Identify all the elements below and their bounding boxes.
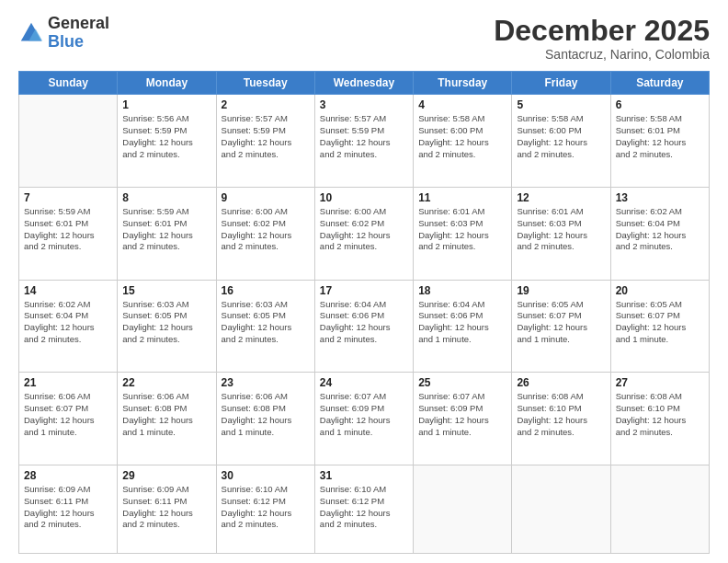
- day-info: Sunrise: 6:04 AM Sunset: 6:06 PM Dayligh…: [320, 299, 408, 346]
- calendar-cell: [19, 95, 118, 188]
- day-info: Sunrise: 6:09 AM Sunset: 6:11 PM Dayligh…: [24, 484, 112, 531]
- day-header-wednesday: Wednesday: [314, 72, 413, 95]
- day-number: 21: [24, 376, 112, 389]
- calendar-cell: 23Sunrise: 6:06 AM Sunset: 6:08 PM Dayli…: [216, 373, 314, 465]
- calendar-cell: 4Sunrise: 5:58 AM Sunset: 6:00 PM Daylig…: [414, 95, 512, 188]
- day-info: Sunrise: 6:01 AM Sunset: 6:03 PM Dayligh…: [418, 206, 506, 253]
- day-info: Sunrise: 6:01 AM Sunset: 6:03 PM Dayligh…: [517, 206, 605, 253]
- day-info: Sunrise: 6:02 AM Sunset: 6:04 PM Dayligh…: [616, 206, 704, 253]
- day-number: 28: [24, 469, 112, 482]
- calendar-cell: 21Sunrise: 6:06 AM Sunset: 6:07 PM Dayli…: [19, 373, 118, 465]
- day-number: 7: [24, 191, 112, 204]
- calendar-cell: 31Sunrise: 6:10 AM Sunset: 6:12 PM Dayli…: [314, 465, 413, 554]
- title-block: December 2025 Santacruz, Narino, Colombi…: [494, 15, 710, 62]
- day-number: 22: [122, 376, 210, 389]
- day-number: 20: [616, 284, 704, 297]
- calendar-cell: 1Sunrise: 5:56 AM Sunset: 5:59 PM Daylig…: [118, 95, 216, 188]
- day-info: Sunrise: 6:05 AM Sunset: 6:07 PM Dayligh…: [616, 299, 704, 346]
- calendar-cell: 15Sunrise: 6:03 AM Sunset: 6:05 PM Dayli…: [118, 280, 216, 373]
- day-number: 1: [122, 98, 210, 111]
- day-number: 19: [517, 284, 605, 297]
- calendar-cell: 12Sunrise: 6:01 AM Sunset: 6:03 PM Dayli…: [512, 187, 610, 280]
- calendar-cell: 25Sunrise: 6:07 AM Sunset: 6:09 PM Dayli…: [414, 373, 512, 465]
- day-info: Sunrise: 6:06 AM Sunset: 6:08 PM Dayligh…: [222, 391, 310, 438]
- logo-blue: Blue: [48, 33, 109, 52]
- calendar-cell: 5Sunrise: 5:58 AM Sunset: 6:00 PM Daylig…: [512, 95, 610, 188]
- day-info: Sunrise: 6:09 AM Sunset: 6:11 PM Dayligh…: [122, 484, 210, 531]
- logo-text: General Blue: [48, 15, 109, 52]
- calendar-header-row: SundayMondayTuesdayWednesdayThursdayFrid…: [19, 72, 710, 95]
- calendar-cell: 24Sunrise: 6:07 AM Sunset: 6:09 PM Dayli…: [314, 373, 413, 465]
- calendar-cell: 13Sunrise: 6:02 AM Sunset: 6:04 PM Dayli…: [610, 187, 709, 280]
- location: Santacruz, Narino, Colombia: [494, 47, 710, 62]
- day-info: Sunrise: 6:00 AM Sunset: 6:02 PM Dayligh…: [320, 206, 408, 253]
- calendar-cell: 7Sunrise: 5:59 AM Sunset: 6:01 PM Daylig…: [19, 187, 118, 280]
- day-number: 27: [616, 376, 704, 389]
- day-number: 29: [122, 469, 210, 482]
- calendar-cell: 10Sunrise: 6:00 AM Sunset: 6:02 PM Dayli…: [314, 187, 413, 280]
- calendar-cell: [610, 465, 709, 554]
- day-info: Sunrise: 6:07 AM Sunset: 6:09 PM Dayligh…: [418, 391, 506, 438]
- day-number: 25: [418, 376, 506, 389]
- day-header-thursday: Thursday: [414, 72, 512, 95]
- calendar-cell: [512, 465, 610, 554]
- calendar-cell: 22Sunrise: 6:06 AM Sunset: 6:08 PM Dayli…: [118, 373, 216, 465]
- logo: General Blue: [18, 15, 109, 52]
- day-header-friday: Friday: [512, 72, 610, 95]
- day-number: 30: [222, 469, 310, 482]
- calendar-cell: 9Sunrise: 6:00 AM Sunset: 6:02 PM Daylig…: [216, 187, 314, 280]
- day-info: Sunrise: 6:05 AM Sunset: 6:07 PM Dayligh…: [517, 299, 605, 346]
- calendar-cell: 28Sunrise: 6:09 AM Sunset: 6:11 PM Dayli…: [19, 465, 118, 554]
- day-number: 13: [616, 191, 704, 204]
- calendar-cell: 19Sunrise: 6:05 AM Sunset: 6:07 PM Dayli…: [512, 280, 610, 373]
- day-info: Sunrise: 6:06 AM Sunset: 6:08 PM Dayligh…: [122, 391, 210, 438]
- calendar-week-row: 28Sunrise: 6:09 AM Sunset: 6:11 PM Dayli…: [19, 465, 710, 554]
- day-header-tuesday: Tuesday: [216, 72, 314, 95]
- calendar-cell: 30Sunrise: 6:10 AM Sunset: 6:12 PM Dayli…: [216, 465, 314, 554]
- logo-general: General: [48, 15, 109, 33]
- day-info: Sunrise: 6:00 AM Sunset: 6:02 PM Dayligh…: [222, 206, 310, 253]
- header: General Blue December 2025 Santacruz, Na…: [18, 15, 710, 62]
- day-number: 17: [320, 284, 408, 297]
- day-number: 11: [418, 191, 506, 204]
- day-info: Sunrise: 5:59 AM Sunset: 6:01 PM Dayligh…: [122, 206, 210, 253]
- day-number: 31: [320, 469, 408, 482]
- day-info: Sunrise: 5:58 AM Sunset: 6:00 PM Dayligh…: [517, 113, 605, 160]
- calendar-cell: 11Sunrise: 6:01 AM Sunset: 6:03 PM Dayli…: [414, 187, 512, 280]
- calendar-week-row: 1Sunrise: 5:56 AM Sunset: 5:59 PM Daylig…: [19, 95, 710, 188]
- day-info: Sunrise: 6:03 AM Sunset: 6:05 PM Dayligh…: [122, 299, 210, 346]
- day-number: 18: [418, 284, 506, 297]
- calendar-cell: 27Sunrise: 6:08 AM Sunset: 6:10 PM Dayli…: [610, 373, 709, 465]
- calendar-cell: 6Sunrise: 5:58 AM Sunset: 6:01 PM Daylig…: [610, 95, 709, 188]
- day-number: 24: [320, 376, 408, 389]
- day-header-saturday: Saturday: [610, 72, 709, 95]
- day-info: Sunrise: 6:06 AM Sunset: 6:07 PM Dayligh…: [24, 391, 112, 438]
- calendar-cell: 8Sunrise: 5:59 AM Sunset: 6:01 PM Daylig…: [118, 187, 216, 280]
- day-number: 8: [122, 191, 210, 204]
- day-header-monday: Monday: [118, 72, 216, 95]
- calendar-cell: 16Sunrise: 6:03 AM Sunset: 6:05 PM Dayli…: [216, 280, 314, 373]
- day-info: Sunrise: 6:02 AM Sunset: 6:04 PM Dayligh…: [24, 299, 112, 346]
- calendar-cell: 26Sunrise: 6:08 AM Sunset: 6:10 PM Dayli…: [512, 373, 610, 465]
- calendar-week-row: 14Sunrise: 6:02 AM Sunset: 6:04 PM Dayli…: [19, 280, 710, 373]
- calendar-week-row: 21Sunrise: 6:06 AM Sunset: 6:07 PM Dayli…: [19, 373, 710, 465]
- day-info: Sunrise: 6:10 AM Sunset: 6:12 PM Dayligh…: [222, 484, 310, 531]
- month-title: December 2025: [494, 15, 710, 47]
- day-info: Sunrise: 5:59 AM Sunset: 6:01 PM Dayligh…: [24, 206, 112, 253]
- day-info: Sunrise: 6:10 AM Sunset: 6:12 PM Dayligh…: [320, 484, 408, 531]
- calendar-cell: 20Sunrise: 6:05 AM Sunset: 6:07 PM Dayli…: [610, 280, 709, 373]
- day-number: 2: [222, 98, 310, 111]
- day-info: Sunrise: 6:07 AM Sunset: 6:09 PM Dayligh…: [320, 391, 408, 438]
- day-number: 6: [616, 98, 704, 111]
- day-number: 15: [122, 284, 210, 297]
- day-info: Sunrise: 5:58 AM Sunset: 6:01 PM Dayligh…: [616, 113, 704, 160]
- day-number: 10: [320, 191, 408, 204]
- calendar-cell: 17Sunrise: 6:04 AM Sunset: 6:06 PM Dayli…: [314, 280, 413, 373]
- logo-icon: [18, 20, 44, 46]
- day-number: 9: [222, 191, 310, 204]
- calendar-cell: [414, 465, 512, 554]
- calendar-cell: 29Sunrise: 6:09 AM Sunset: 6:11 PM Dayli…: [118, 465, 216, 554]
- day-number: 12: [517, 191, 605, 204]
- day-info: Sunrise: 5:56 AM Sunset: 5:59 PM Dayligh…: [122, 113, 210, 160]
- calendar-cell: 2Sunrise: 5:57 AM Sunset: 5:59 PM Daylig…: [216, 95, 314, 188]
